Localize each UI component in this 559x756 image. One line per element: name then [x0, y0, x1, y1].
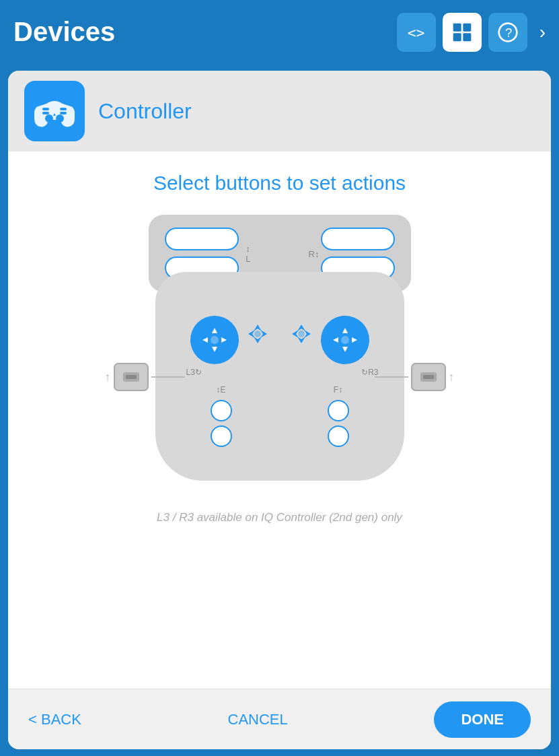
svg-rect-7 [42, 108, 49, 110]
left-port-line [151, 376, 185, 378]
svg-marker-30 [292, 330, 299, 338]
l3-label: L3↻ [186, 368, 202, 377]
controller-diagram: ↕L R↕ [105, 215, 455, 497]
svg-rect-8 [42, 112, 49, 114]
right-shoulder-top-button[interactable] [321, 228, 395, 250]
controller-header: Controller [8, 71, 551, 151]
svg-text:<>: <> [407, 24, 424, 41]
svg-marker-29 [297, 337, 305, 343]
header-icons: <> ? › [397, 13, 546, 52]
cancel-button[interactable]: CANCEL [228, 711, 288, 728]
code-view-button[interactable]: <> [397, 13, 436, 52]
right-label: R↕ [309, 248, 320, 259]
done-button[interactable]: DONE [434, 701, 531, 738]
svg-marker-21 [352, 337, 357, 343]
app-header: Devices <> ? › [0, 0, 559, 64]
bottom-right-button-group: F↕ [328, 385, 349, 447]
right-joystick-arrows [330, 325, 360, 355]
svg-marker-13 [212, 328, 217, 333]
svg-marker-19 [342, 347, 348, 352]
svg-marker-14 [212, 347, 217, 352]
svg-rect-3 [453, 33, 461, 41]
svg-point-11 [45, 114, 53, 123]
center-left-button[interactable] [243, 319, 272, 349]
svg-rect-36 [423, 375, 434, 379]
help-button[interactable]: ? [488, 13, 527, 52]
help-icon: ? [497, 22, 519, 43]
right-port-connector[interactable] [411, 363, 446, 391]
bottom-left-circle-bottom[interactable] [211, 425, 232, 447]
right-port-up-arrow: ↑ [449, 370, 455, 384]
footer: < BACK CANCEL DONE [8, 689, 551, 749]
svg-marker-24 [254, 337, 262, 343]
svg-text:?: ? [505, 25, 512, 39]
controller-title: Controller [98, 99, 192, 124]
svg-marker-16 [221, 337, 227, 343]
bottom-right-circle-top[interactable] [328, 400, 349, 421]
content-area: Select buttons to set actions ↕L R↕ [8, 151, 551, 689]
svg-marker-18 [342, 328, 348, 333]
dpad-right-icon [288, 320, 315, 347]
right-port-line [375, 376, 408, 378]
svg-marker-23 [254, 324, 262, 331]
left-joystick-arrows [200, 325, 229, 355]
svg-marker-25 [248, 330, 255, 338]
main-card: Controller Select buttons to set actions… [8, 71, 551, 749]
bottom-right-circle-bottom[interactable] [328, 425, 349, 447]
dpad-left-icon [244, 320, 271, 347]
back-button[interactable]: < BACK [28, 711, 81, 728]
right-joystick[interactable] [321, 316, 369, 364]
svg-marker-15 [202, 337, 208, 343]
svg-rect-2 [463, 23, 471, 31]
instruction-text: Select buttons to set actions [153, 172, 406, 195]
page-title: Devices [13, 17, 397, 47]
bottom-left-button-group: ↕E [211, 385, 232, 447]
svg-rect-9 [60, 108, 67, 110]
left-port-connector[interactable] [114, 363, 149, 391]
svg-rect-10 [60, 112, 67, 114]
svg-marker-20 [333, 337, 338, 343]
controller-icon-background [24, 81, 85, 141]
left-port-icon [122, 370, 141, 384]
nav-forward-chevron[interactable]: › [539, 22, 546, 43]
left-port: ↑ [105, 363, 185, 391]
controller-icon [33, 93, 76, 129]
left-port-up-arrow: ↑ [105, 370, 111, 384]
center-right-button[interactable] [287, 319, 316, 349]
grid-view-button[interactable] [443, 13, 482, 52]
right-port-icon [419, 370, 438, 384]
e-label: ↕E [216, 385, 225, 394]
svg-point-22 [341, 336, 349, 344]
f-label: F↕ [334, 385, 342, 394]
grid-icon [451, 22, 473, 43]
svg-rect-34 [126, 375, 137, 379]
svg-rect-4 [463, 33, 471, 41]
svg-point-12 [56, 114, 64, 123]
left-label: ↕L [246, 244, 250, 264]
controller-body: L3↻ ↻R3 [155, 272, 404, 481]
note-text: L3 / R3 available on IQ Controller (2nd … [157, 511, 402, 524]
svg-point-17 [211, 336, 219, 344]
left-shoulder-top-button[interactable] [165, 228, 239, 250]
svg-point-32 [298, 331, 305, 337]
left-joystick[interactable] [190, 316, 239, 364]
svg-rect-1 [453, 23, 461, 31]
svg-marker-26 [260, 330, 267, 338]
svg-point-27 [254, 331, 261, 337]
bottom-left-circle-top[interactable] [211, 400, 232, 421]
right-port: ↑ [375, 363, 455, 391]
svg-marker-28 [297, 324, 305, 331]
code-icon: <> [406, 22, 427, 43]
svg-marker-31 [304, 330, 311, 338]
